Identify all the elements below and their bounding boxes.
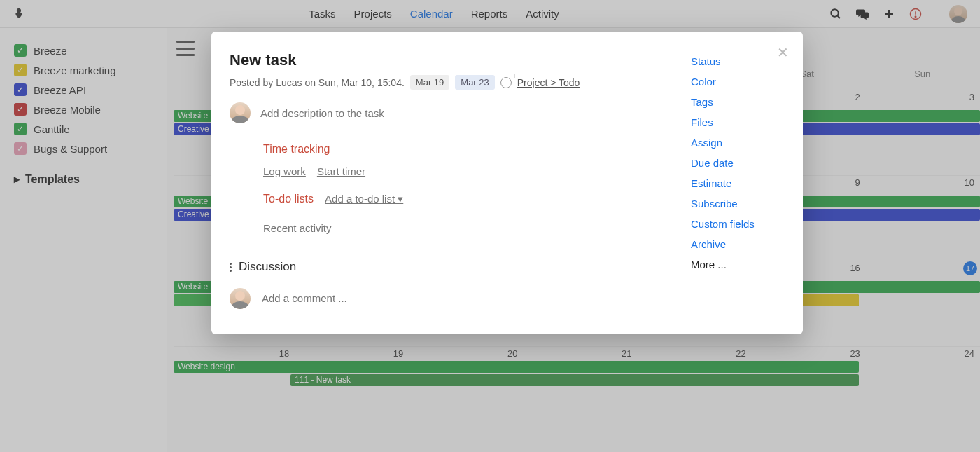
- author-avatar: [230, 102, 251, 123]
- start-timer-link[interactable]: Start timer: [317, 165, 365, 177]
- add-todo-link[interactable]: Add a to-do list ▾: [325, 193, 403, 205]
- discussion-label: Discussion: [239, 260, 296, 274]
- modal-side-files[interactable]: Files: [691, 112, 790, 132]
- modal-sidebar: StatusColorTagsFilesAssignDue dateEstima…: [691, 51, 803, 310]
- modal-side-estimate[interactable]: Estimate: [691, 173, 790, 193]
- comment-row: [230, 287, 670, 310]
- modal-side-status[interactable]: Status: [691, 51, 790, 71]
- modal-main: New task Posted by Lucas on Sun, Mar 10,…: [211, 51, 691, 310]
- modal-side-archive[interactable]: Archive: [691, 234, 790, 254]
- description-row: Add description to the task: [230, 102, 670, 123]
- add-description-link[interactable]: Add description to the task: [260, 107, 384, 119]
- modal-side-due-date[interactable]: Due date: [691, 153, 790, 173]
- modal-side-color[interactable]: Color: [691, 71, 790, 92]
- close-icon[interactable]: ✕: [777, 44, 789, 61]
- discussion-heading: Discussion: [230, 260, 670, 274]
- date-end-pill[interactable]: Mar 23: [455, 75, 494, 90]
- modal-side-custom-fields[interactable]: Custom fields: [691, 214, 790, 234]
- project-breadcrumb[interactable]: Project > Todo: [517, 77, 580, 88]
- date-start-pill[interactable]: Mar 19: [410, 75, 449, 90]
- divider: [230, 247, 670, 247]
- modal-title: New task: [230, 51, 670, 69]
- time-tracking-heading: Time tracking: [263, 143, 670, 156]
- add-reaction-icon[interactable]: [500, 77, 512, 88]
- comment-input[interactable]: [260, 287, 670, 310]
- todo-lists-heading: To-do lists: [263, 193, 314, 205]
- log-work-link[interactable]: Log work: [263, 165, 306, 177]
- recent-activity-link[interactable]: Recent activity: [263, 222, 332, 234]
- new-task-modal: ✕ New task Posted by Lucas on Sun, Mar 1…: [211, 32, 803, 334]
- modal-meta: Posted by Lucas on Sun, Mar 10, 15:04. M…: [230, 75, 670, 90]
- modal-side-more[interactable]: More ...: [691, 254, 790, 275]
- modal-side-tags[interactable]: Tags: [691, 92, 790, 112]
- posted-by-text: Posted by Lucas on Sun, Mar 10, 15:04.: [230, 77, 405, 88]
- modal-side-assign[interactable]: Assign: [691, 132, 790, 153]
- drag-handle-icon[interactable]: [230, 263, 232, 272]
- modal-side-subscribe[interactable]: Subscribe: [691, 193, 790, 214]
- commenter-avatar: [230, 288, 251, 309]
